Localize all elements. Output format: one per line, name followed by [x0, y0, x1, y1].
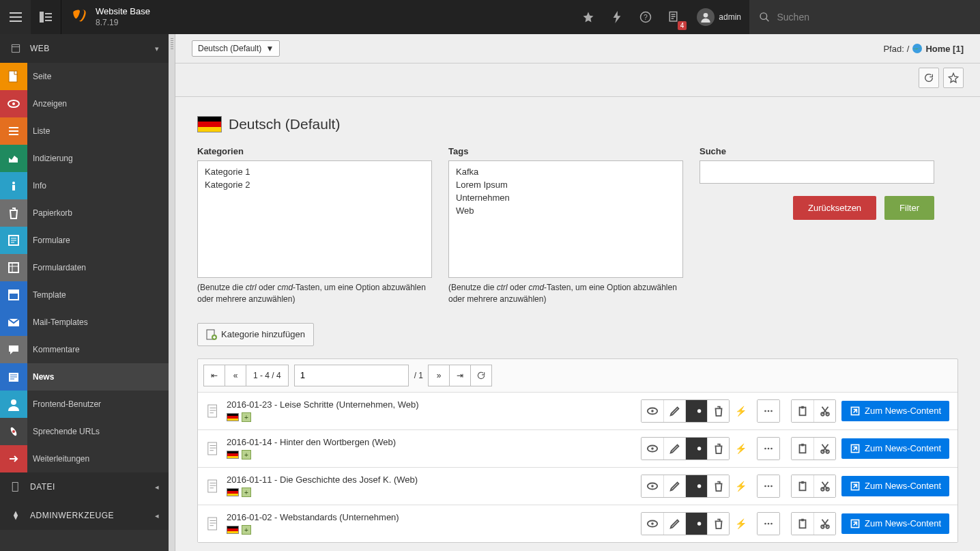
page-reload[interactable]: [470, 365, 492, 386]
view-button[interactable]: [642, 475, 663, 497]
more-actions-button[interactable]: [758, 513, 779, 535]
filter-button[interactable]: Filter: [884, 196, 934, 220]
reload-button[interactable]: [919, 68, 939, 88]
add-localization-button[interactable]: +: [242, 525, 251, 535]
sidebar-item-liste[interactable]: Liste: [0, 117, 169, 145]
delete-button[interactable]: [707, 513, 729, 535]
view-button[interactable]: [642, 438, 663, 460]
reset-button[interactable]: Zurücksetzen: [793, 196, 876, 220]
tag-option[interactable]: Kafka: [453, 165, 678, 178]
language-select[interactable]: Deutsch (Default) ▼: [192, 40, 280, 57]
to-content-button[interactable]: Zum News-Content: [841, 401, 949, 421]
view-button[interactable]: [642, 513, 663, 535]
sidebar-group-datei[interactable]: DATEI◂: [0, 472, 169, 501]
cache-button[interactable]: [603, 0, 631, 34]
page-first[interactable]: ⇤: [203, 365, 225, 386]
sidebar-item-redirect[interactable]: Weiterleitungen: [0, 445, 169, 472]
sidebar-item-anzeigen[interactable]: Anzeigen: [0, 90, 169, 117]
record-title[interactable]: 2016-01-23 - Leise Schritte (Unternehmen…: [227, 399, 629, 410]
user-menu[interactable]: admin: [689, 8, 749, 26]
tag-option[interactable]: Lorem Ipsum: [453, 178, 678, 191]
sidebar-group-admin[interactable]: ADMINWERKZEUGE◂: [0, 501, 169, 530]
sidebar-item-template[interactable]: Template: [0, 281, 169, 309]
sidebar-item-news[interactable]: News: [0, 363, 169, 391]
tags-label: Tags: [448, 146, 683, 156]
sidebar-item-indizierung[interactable]: Indizierung: [0, 145, 169, 172]
sidebar-item-formulare[interactable]: Formulare: [0, 227, 169, 254]
search-label: Suche: [700, 146, 934, 156]
edit-button[interactable]: [663, 475, 685, 497]
sidebar-item-mail[interactable]: Mail-Templates: [0, 309, 169, 336]
sidebar-item-label: Seite: [27, 72, 51, 81]
cut-button[interactable]: [813, 400, 835, 422]
hide-toggle[interactable]: [685, 400, 707, 422]
hamburger-icon: [10, 12, 22, 22]
globe-icon: [912, 43, 923, 54]
flag-de-icon: [227, 451, 239, 459]
bookmark-button[interactable]: [574, 0, 603, 34]
delete-button[interactable]: [707, 475, 729, 497]
paste-button[interactable]: [792, 513, 813, 535]
sidebar-item-info[interactable]: Info: [0, 172, 169, 199]
more-actions-button[interactable]: [758, 475, 779, 497]
edit-button[interactable]: [663, 513, 685, 535]
record-title[interactable]: 2016-01-14 - Hinter den Wortbergen (Web): [227, 437, 629, 447]
global-search[interactable]: [749, 0, 980, 34]
sidebar-item-papierkorb[interactable]: Papierkorb: [0, 199, 169, 227]
bookmark-page-button[interactable]: [943, 68, 964, 88]
add-localization-button[interactable]: +: [242, 488, 251, 497]
categories-select[interactable]: Kategorie 1Kategorie 2: [197, 160, 432, 278]
svg-point-58: [764, 485, 766, 487]
page-input[interactable]: [294, 365, 409, 386]
cut-button[interactable]: [813, 513, 835, 535]
view-button[interactable]: [642, 400, 663, 422]
svg-point-47: [770, 447, 773, 449]
svg-rect-1: [45, 13, 52, 14]
tag-option[interactable]: Unternehmen: [453, 191, 678, 204]
sidebar-group-web[interactable]: WEB▾: [0, 34, 169, 63]
cut-button[interactable]: [813, 475, 835, 497]
filter-search-input[interactable]: [700, 160, 934, 184]
to-content-button[interactable]: Zum News-Content: [841, 513, 949, 534]
search-input[interactable]: [777, 12, 970, 23]
help-button[interactable]: ?: [631, 0, 660, 34]
add-localization-button[interactable]: +: [242, 412, 251, 422]
add-localization-button[interactable]: +: [242, 450, 251, 460]
record-title[interactable]: 2016-01-02 - Webstandards (Unternehmen): [227, 512, 629, 522]
to-content-button[interactable]: Zum News-Content: [841, 476, 949, 496]
opendocs-button[interactable]: 4: [660, 0, 689, 34]
sidebar-resizer[interactable]: [169, 34, 175, 551]
sidebar-item-seite[interactable]: Seite: [0, 63, 169, 90]
module-panel-toggle[interactable]: [31, 0, 61, 34]
add-category-button[interactable]: Kategorie hinzufügen: [197, 323, 314, 346]
cut-button[interactable]: [813, 438, 835, 460]
delete-button[interactable]: [707, 400, 729, 422]
tag-option[interactable]: Web: [453, 204, 678, 217]
edit-button[interactable]: [663, 438, 685, 460]
paste-button[interactable]: [792, 438, 813, 460]
sidebar-item-kommentare[interactable]: Kommentare: [0, 336, 169, 363]
more-actions-button[interactable]: [758, 400, 779, 422]
hide-toggle[interactable]: [685, 438, 707, 460]
sidebar-item-urls[interactable]: Sprechende URLs: [0, 418, 169, 445]
delete-button[interactable]: [707, 438, 729, 460]
more-actions-button[interactable]: [758, 438, 779, 460]
hide-toggle[interactable]: [685, 475, 707, 497]
paste-button[interactable]: [792, 475, 813, 497]
page-prev[interactable]: «: [225, 365, 246, 386]
category-option[interactable]: Kategorie 2: [202, 178, 427, 191]
tags-select[interactable]: KafkaLorem IpsumUnternehmenWeb: [448, 160, 683, 278]
page-next[interactable]: »: [428, 365, 450, 386]
page-last[interactable]: ⇥: [449, 365, 471, 386]
web-group-icon: [10, 42, 22, 55]
sidebar-item-formulardaten[interactable]: Formulardaten: [0, 254, 169, 281]
record-title[interactable]: 2016-01-11 - Die Geschichte des Josef K.…: [227, 475, 629, 485]
svg-rect-66: [208, 518, 217, 530]
sidebar-item-feuser[interactable]: Frontend-Benutzer: [0, 391, 169, 418]
category-option[interactable]: Kategorie 1: [202, 165, 427, 178]
menu-toggle[interactable]: [0, 0, 31, 34]
edit-button[interactable]: [663, 400, 685, 422]
paste-button[interactable]: [792, 400, 813, 422]
hide-toggle[interactable]: [685, 513, 707, 535]
to-content-button[interactable]: Zum News-Content: [841, 438, 949, 459]
